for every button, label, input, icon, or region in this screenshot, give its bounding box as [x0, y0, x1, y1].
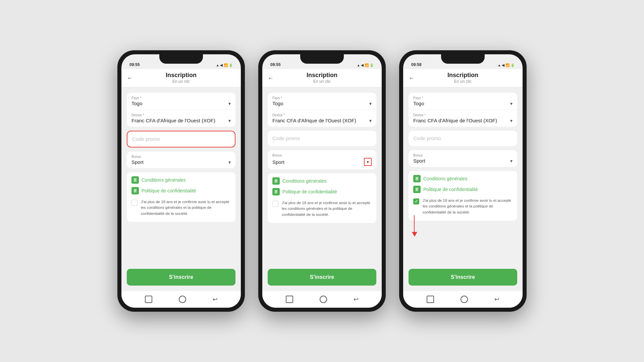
conditions-section-2: Conditions générales Politique de confid…: [268, 173, 376, 223]
red-arrow-indicator: [411, 215, 417, 237]
bonus-dropdown-3[interactable]: ▾: [510, 158, 513, 164]
register-button-1[interactable]: S'inscrire: [127, 269, 235, 286]
app-header-3: ← Inscription En un clic: [403, 69, 523, 87]
bonus-label-2: Bonus: [272, 154, 372, 157]
pays-label-1: Pays *: [131, 96, 231, 100]
agree-checkbox-2[interactable]: [272, 201, 278, 207]
content-3: Pays * Togo ▾ Devise * Franc CFA d'Afriq…: [403, 87, 523, 269]
register-button-3[interactable]: S'inscrire: [409, 269, 517, 286]
back-button-2[interactable]: ←: [268, 75, 274, 82]
bonus-label-3: Bonus: [413, 154, 513, 157]
devise-dropdown-1[interactable]: ▾: [228, 118, 231, 123]
back-button-1[interactable]: ←: [127, 75, 133, 82]
bonus-label-1: Bonus: [131, 155, 231, 159]
pays-dropdown-1[interactable]: ▾: [228, 101, 231, 106]
conditions-section-1: Conditions générales Politique de confid…: [127, 172, 235, 222]
devise-dropdown-3[interactable]: ▾: [510, 118, 513, 123]
form-section-2: Pays * Togo ▾ Devise * Franc CFA d'Afriq…: [268, 93, 376, 127]
privacy-link-2[interactable]: Politique de confidentialité: [272, 188, 372, 195]
devise-label-1: Devise *: [131, 113, 231, 117]
circle-nav-1[interactable]: [179, 296, 186, 303]
bonus-value-2: Sport: [272, 159, 284, 165]
privacy-icon-1: [131, 187, 139, 194]
time-3: 09:58: [411, 62, 422, 67]
devise-label-3: Devise *: [413, 113, 513, 117]
pays-field-1[interactable]: Pays * Togo ▾: [127, 93, 235, 110]
bonus-value-3: Sport: [413, 158, 425, 164]
notch-2: [300, 54, 344, 64]
agree-checkbox-3[interactable]: ✓: [413, 198, 419, 204]
pays-value-1: Togo: [131, 101, 143, 106]
devise-label-2: Devise *: [272, 113, 372, 117]
bonus-field-2[interactable]: Bonus Sport ▾: [268, 150, 376, 169]
time-2: 09:55: [270, 62, 281, 67]
phone-1: 09:55 ▲ ◀ 📶 🔋 ← Inscription En un clic P…: [117, 50, 245, 312]
back-nav-1[interactable]: ↩: [213, 296, 218, 303]
content-2: Pays * Togo ▾ Devise * Franc CFA d'Afriq…: [262, 87, 382, 269]
code-promo-placeholder-2: Code promo: [272, 135, 300, 141]
phone-3: 09:58 ▲ ◀ 📶 🔋 ← Inscription En un clic P…: [399, 50, 527, 312]
header-title-1: Inscription: [166, 72, 197, 79]
conditions-icon-2: [272, 177, 280, 185]
pays-field-2[interactable]: Pays * Togo ▾: [268, 93, 376, 110]
bonus-dropdown-2[interactable]: ▾: [364, 158, 372, 166]
status-icons-1: ▲ ◀ 📶 🔋: [216, 63, 233, 67]
privacy-link-1[interactable]: Politique de confidentialité: [131, 187, 231, 194]
pays-dropdown-2[interactable]: ▾: [369, 101, 372, 106]
form-section-3: Pays * Togo ▾ Devise * Franc CFA d'Afriq…: [409, 93, 517, 127]
pays-value-2: Togo: [272, 101, 283, 106]
conditions-text-3: Conditions générales: [423, 176, 468, 181]
bonus-section-3: Bonus Sport ▾: [409, 150, 517, 167]
header-subtitle-1: En un clic: [172, 79, 190, 84]
app-header-2: ← Inscription En un clic: [262, 69, 382, 87]
agree-label-3: J'ai plus de 18 ans et je confirme avoir…: [423, 198, 513, 215]
pays-dropdown-3[interactable]: ▾: [510, 101, 513, 106]
privacy-text-3: Politique de confidentialité: [423, 187, 478, 192]
conditions-link-1[interactable]: Conditions générales: [131, 176, 231, 184]
app-header-1: ← Inscription En un clic: [121, 69, 241, 87]
devise-field-2[interactable]: Devise * Franc CFA d'Afrique de l'Ouest …: [268, 110, 376, 127]
code-promo-field-1[interactable]: Code promo: [127, 131, 235, 147]
code-promo-field-3[interactable]: Code promo: [409, 131, 517, 146]
pays-value-3: Togo: [413, 101, 424, 106]
checkbox-row-3[interactable]: ✓ J'ai plus de 18 ans et je confirme avo…: [413, 196, 513, 217]
back-nav-3[interactable]: ↩: [494, 296, 499, 303]
privacy-text-2: Politique de confidentialité: [282, 189, 337, 194]
content-1: Pays * Togo ▾ Devise * Franc CFA d'Afriq…: [121, 87, 241, 269]
devise-field-3[interactable]: Devise * Franc CFA d'Afrique de l'Ouest …: [409, 110, 517, 127]
bonus-field-3[interactable]: Bonus Sport ▾: [409, 150, 517, 167]
code-promo-placeholder-1: Code promo: [132, 136, 160, 142]
circle-nav-2[interactable]: [320, 296, 327, 303]
code-promo-field-2[interactable]: Code promo: [268, 131, 376, 146]
devise-value-3: Franc CFA d'Afrique de l'Ouest (XOF): [413, 118, 497, 123]
back-nav-2[interactable]: ↩: [354, 296, 359, 303]
back-button-3[interactable]: ←: [409, 75, 415, 82]
header-title-3: Inscription: [447, 72, 478, 79]
status-icons-2: ▲ ◀ 📶 🔋: [357, 63, 374, 67]
bonus-section-1: Bonus Sport ▾: [127, 152, 235, 168]
bonus-field-1[interactable]: Bonus Sport ▾: [127, 152, 235, 168]
bonus-section-2: Bonus Sport ▾: [268, 150, 376, 169]
home-nav-2[interactable]: [286, 296, 293, 303]
devise-value-1: Franc CFA d'Afrique de l'Ouest (XOF): [131, 118, 215, 123]
bonus-dropdown-1[interactable]: ▾: [228, 160, 231, 165]
circle-nav-3[interactable]: [461, 296, 468, 303]
time-1: 09:55: [129, 62, 140, 67]
home-nav-1[interactable]: [145, 296, 152, 303]
bottom-nav-1: ↩: [121, 291, 241, 308]
agree-label-1: J'ai plus de 18 ans et je confirme avoir…: [141, 199, 231, 217]
pays-field-3[interactable]: Pays * Togo ▾: [409, 93, 517, 110]
register-button-2[interactable]: S'inscrire: [268, 269, 376, 286]
conditions-link-3[interactable]: Conditions générales: [413, 175, 513, 182]
header-subtitle-3: En un clic: [454, 79, 472, 84]
form-section-1: Pays * Togo ▾ Devise * Franc CFA d'Afriq…: [127, 93, 235, 127]
privacy-link-3[interactable]: Politique de confidentialité: [413, 186, 513, 193]
conditions-link-2[interactable]: Conditions générales: [272, 177, 372, 185]
agree-checkbox-1[interactable]: [131, 200, 138, 206]
checkbox-row-1[interactable]: J'ai plus de 18 ans et je confirme avoir…: [131, 198, 231, 218]
home-nav-3[interactable]: [427, 296, 434, 303]
status-icons-3: ▲ ◀ 📶 🔋: [498, 63, 515, 67]
checkbox-row-2[interactable]: J'ai plus de 18 ans et je confirme avoir…: [272, 199, 372, 219]
devise-dropdown-2[interactable]: ▾: [369, 118, 372, 123]
devise-field-1[interactable]: Devise * Franc CFA d'Afrique de l'Ouest …: [127, 110, 235, 127]
